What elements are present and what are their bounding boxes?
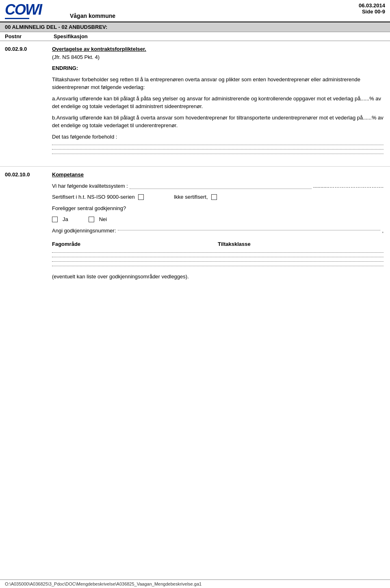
ja-nei-row: Ja Nei bbox=[52, 215, 384, 223]
header-right: 06.03.2014 Side 00-9 bbox=[320, 2, 385, 19]
row1-title: Overtagelse av kontraktsforpliktelser. bbox=[52, 46, 146, 52]
logo-area: COWI bbox=[5, 2, 70, 19]
content-area: 00.02.9.0 Overtagelse av kontraktsforpli… bbox=[0, 41, 390, 579]
fagomrade-label: Fagområde bbox=[52, 240, 218, 248]
company-name: Vågan kommune bbox=[70, 13, 320, 19]
header: COWI Vågan kommune 06.03.2014 Side 00-9 bbox=[0, 0, 390, 22]
ja-checkbox[interactable] bbox=[52, 217, 58, 222]
dotline-3 bbox=[52, 154, 384, 154]
ja-item: Ja bbox=[52, 215, 68, 223]
row1-para1: Tiltakshaver forbeholder seg retten til … bbox=[52, 76, 384, 91]
spec-cell-2: Kompetanse Vi har følgende kvalitetssyst… bbox=[49, 171, 390, 284]
angi-label: Angi godkjenningsnummer: bbox=[52, 227, 116, 235]
ja-label: Ja bbox=[63, 215, 68, 223]
nei-label: Nei bbox=[99, 215, 107, 223]
angi-dots bbox=[118, 230, 381, 230]
section-bar: 00 ALMINNELIG DEL - 02 ANBUDSBREV: bbox=[0, 22, 390, 32]
kvalitet-row: Vi har følgende kvalitetssystem : ......… bbox=[52, 182, 384, 190]
logo-underline bbox=[5, 18, 29, 19]
col-postnr-header: Postnr bbox=[0, 33, 49, 39]
nei-item: Nei bbox=[89, 215, 107, 223]
dotline-1 bbox=[52, 145, 384, 145]
fag-dotline-2 bbox=[52, 257, 384, 257]
footer-path: O:\A035000\A036825\3_Pdoc\DOC\Mengdebesk… bbox=[0, 579, 390, 588]
header-page: Side 00-9 bbox=[362, 9, 385, 15]
row1-subtitle: (Jfr. NS 8405 Pkt. 4) bbox=[52, 54, 100, 60]
fag-tiltaks-row: Fagområde Tiltaksklasse bbox=[52, 240, 384, 248]
content-row-2: 00.02.10.0 Kompetanse Vi har følgende kv… bbox=[0, 167, 390, 288]
column-headers: Postnr Spesifikasjon bbox=[0, 32, 390, 41]
kompetanse-section: Kompetanse bbox=[52, 171, 384, 179]
header-date: 06.03.2014 bbox=[359, 2, 385, 9]
dotline-2 bbox=[52, 149, 384, 150]
postnr-2: 00.02.10.0 bbox=[0, 171, 49, 178]
vi-har-dots bbox=[130, 189, 312, 189]
row1-para-a: a.Ansvarlig utførende kan bli pålagt å p… bbox=[52, 95, 384, 111]
det-tas: Det tas følgende forbehold : bbox=[52, 133, 384, 141]
tiltaksklasse-label: Tiltaksklasse bbox=[218, 240, 384, 248]
nei-checkbox[interactable] bbox=[89, 217, 94, 222]
header-meta: Vågan kommune bbox=[70, 2, 320, 19]
sertifisert-label: Sertifisert i h.t. NS-ISO 9000-serien bbox=[52, 193, 135, 201]
endring-label: ENDRING: bbox=[52, 65, 78, 71]
ikke-sertifisert-checkbox[interactable] bbox=[211, 194, 217, 200]
foreligger-label: Foreligger sentral godkjenning? bbox=[52, 204, 384, 213]
ikke-sertifisert-label: Ikke sertifisert, bbox=[174, 193, 208, 201]
page: COWI Vågan kommune 06.03.2014 Side 00-9 … bbox=[0, 0, 390, 588]
postnr-1: 00.02.9.0 bbox=[0, 45, 49, 52]
eventuelle-note: (eventuelt kan liste over godkjenningsom… bbox=[52, 273, 384, 281]
sertifisert-row: Sertifisert i h.t. NS-ISO 9000-serien Ik… bbox=[52, 193, 384, 201]
angi-row: Angi godkjenningsnummer: , bbox=[52, 227, 384, 235]
content-row-1: 00.02.9.0 Overtagelse av kontraktsforpli… bbox=[0, 41, 390, 167]
sertifisert-checkbox[interactable] bbox=[138, 194, 144, 200]
fag-dotline-4 bbox=[52, 266, 384, 266]
angi-comma: , bbox=[382, 227, 384, 235]
row1-para-b: b.Ansvarlig utførende kan bli pålagt å o… bbox=[52, 114, 384, 130]
vi-har-label: Vi har følgende kvalitetssystem : bbox=[52, 182, 128, 190]
fag-dotline-1 bbox=[52, 252, 384, 253]
fag-dotline-3 bbox=[52, 261, 384, 262]
logo-text: COWI bbox=[5, 2, 41, 17]
vi-har-dots-text: ...........…………………………. bbox=[313, 182, 384, 190]
spec-cell-1: Overtagelse av kontraktsforpliktelser. (… bbox=[49, 45, 390, 162]
col-spesifikasjon-header: Spesifikasjon bbox=[49, 33, 390, 39]
kompetanse-title: Kompetanse bbox=[52, 171, 384, 179]
